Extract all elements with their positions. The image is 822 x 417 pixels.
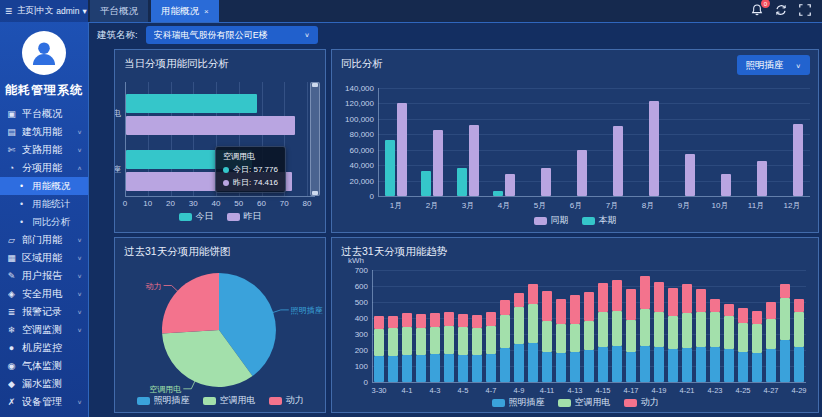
notification-bell-icon[interactable]: 0 [750,3,765,18]
sidebar-item-building-energy[interactable]: ▤建筑用能∨ [0,123,88,141]
照明插座-bar[interactable] [458,355,468,382]
空调用电-bar[interactable] [556,324,566,353]
空调用电-bar[interactable] [472,328,482,355]
空调用电-bar[interactable] [458,327,468,355]
空调用电-bar[interactable] [374,329,384,355]
动力-bar[interactable] [794,299,804,312]
空调用电-bar[interactable] [528,304,538,344]
同期-bar[interactable] [577,150,587,196]
动力-bar[interactable] [374,316,384,329]
locale-switch[interactable]: 主页|中文 [17,5,53,17]
照明插座-bar[interactable] [500,348,510,382]
照明插座-bar[interactable] [472,355,482,382]
动力-bar[interactable] [416,314,426,328]
close-icon[interactable]: × [204,7,209,16]
legend-item[interactable]: 本期 [582,214,617,227]
同期-bar[interactable] [757,161,767,196]
本期-bar[interactable] [457,168,467,196]
照明插座-bar[interactable] [402,355,412,382]
动力-bar[interactable] [542,291,552,321]
空调用电-bar[interactable] [696,312,706,347]
同期-bar[interactable] [613,126,623,196]
空调用电-bar[interactable] [794,312,804,347]
sidebar-item-water-leak[interactable]: ◆漏水监测 [0,375,88,393]
refresh-icon[interactable] [774,3,789,18]
空调用电-bar[interactable] [780,298,790,340]
同期-bar[interactable] [793,124,803,196]
照明插座-bar[interactable] [444,354,454,382]
照明插座-bar[interactable] [738,352,748,382]
照明插座-bar[interactable] [416,355,426,382]
空调用电-bar[interactable] [626,320,636,352]
动力-bar[interactable] [654,282,664,312]
空调用电-bar[interactable] [444,326,454,354]
同期-bar[interactable] [469,125,479,196]
sidebar-subitem[interactable]: •用能统计 [0,195,88,213]
sidebar-item-branch-energy[interactable]: ✄支路用能∨ [0,141,88,159]
sidebar-item-gas-monitor[interactable]: ◉气体监测 [0,357,88,375]
同期-bar[interactable] [649,101,659,196]
动力-bar[interactable] [388,316,398,329]
空调用电-bar[interactable] [584,321,594,350]
sidebar-item-room-monitor[interactable]: ●机房监控 [0,339,88,357]
同期-bar[interactable] [397,103,407,196]
照明插座-bar[interactable] [514,344,524,382]
legend-item[interactable]: 动力 [269,394,304,407]
building-select[interactable]: 安科瑞电气股份有限公司E楼 ∨ [146,26,318,44]
sidebar-item-department-energy[interactable]: ▱部门用能∨ [0,231,88,249]
照明插座-bar[interactable] [752,353,762,382]
照明插座-bar[interactable] [640,346,650,382]
照明插座-bar[interactable] [542,352,552,382]
动力-bar[interactable] [780,284,790,298]
fullscreen-icon[interactable] [798,3,813,18]
legend-item[interactable]: 昨日 [227,210,262,223]
空调用电-bar[interactable] [710,312,720,347]
空调用电-bar[interactable] [430,327,440,355]
同期-bar[interactable] [685,154,695,196]
动力-bar[interactable] [710,299,720,313]
照明插座-bar[interactable] [654,347,664,382]
legend-item[interactable]: 照明插座 [492,396,545,409]
动力-bar[interactable] [584,292,594,322]
动力-bar[interactable] [430,313,440,327]
本期-bar[interactable] [421,171,431,196]
yoy-category-dropdown[interactable]: 照明插座 ∨ [737,55,811,75]
空调用电-bar[interactable] [486,326,496,354]
动力-bar[interactable] [598,283,608,313]
legend-item[interactable]: 动力 [624,396,659,409]
空调用电-bar[interactable] [570,324,580,353]
照明插座-bar[interactable] [682,348,692,382]
legend-item[interactable]: 今日 [179,210,214,223]
照明插座-bar[interactable] [388,356,398,382]
动力-bar[interactable] [514,293,524,307]
动力-bar[interactable] [528,284,538,304]
同期-bar[interactable] [721,174,731,196]
sidebar-item-alarm-record[interactable]: ≣报警记录∨ [0,303,88,321]
照明插座-bar[interactable] [780,340,790,382]
menu-toggle-icon[interactable]: ≡ [5,4,12,18]
照明插座-bar[interactable] [528,343,538,382]
照明插座-bar[interactable] [570,352,580,382]
sidebar-subitem[interactable]: •同比分析 [0,213,88,231]
空调用电-bar[interactable] [766,319,776,349]
空调用电-bar[interactable] [640,309,650,345]
空调用电-bar[interactable] [388,328,398,355]
动力-bar[interactable] [472,315,482,328]
照明插座-bar[interactable] [486,354,496,382]
照明插座-bar[interactable] [766,349,776,382]
空调用电-bar[interactable] [668,316,678,349]
动力-bar[interactable] [626,289,636,319]
照明插座-bar[interactable] [696,347,706,382]
照明插座-bar[interactable] [668,349,678,382]
动力-bar[interactable] [752,311,762,324]
scrollbar-handle[interactable] [312,191,318,195]
今日-bar[interactable] [126,94,257,113]
动力-bar[interactable] [696,289,706,311]
scrollbar-handle[interactable] [312,83,318,87]
照明插座-bar[interactable] [724,349,734,382]
同期-bar[interactable] [505,174,515,196]
动力-bar[interactable] [486,312,496,326]
动力-bar[interactable] [668,288,678,317]
sidebar-item-safety-power[interactable]: ◈安全用电∨ [0,285,88,303]
空调用电-bar[interactable] [752,324,762,353]
